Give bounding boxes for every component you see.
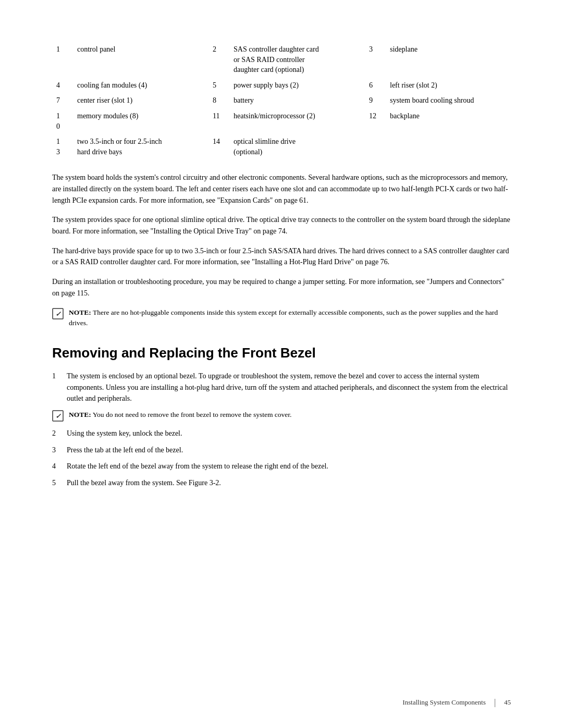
table-label-1: control panel xyxy=(73,42,209,78)
table-num-1: 1 xyxy=(52,42,73,78)
step-text: Pull the bezel away from the system. See… xyxy=(67,477,511,489)
table-num-1: 7 xyxy=(52,93,73,108)
table-num-2: 8 xyxy=(209,93,229,108)
table-num-1: 1 0 xyxy=(52,108,73,134)
page-footer: Installing System Components | 45 xyxy=(402,698,511,707)
footer-chapter: Installing System Components xyxy=(402,698,486,707)
table-label-2: SAS controller daughter card or SAS RAID… xyxy=(229,42,365,78)
body-paragraph: The system provides space for one option… xyxy=(52,214,511,237)
note-label-2: NOTE: xyxy=(69,411,91,418)
list-item: 3Press the tab at the left end of the be… xyxy=(52,445,511,456)
parts-table-section: 1control panel2SAS controller daughter c… xyxy=(52,42,511,159)
table-label-3: sideplane xyxy=(386,42,511,78)
step-text: The system is enclosed by an optional be… xyxy=(67,371,511,404)
table-num-1: 1 3 xyxy=(52,134,73,159)
list-item: 5Pull the bezel away from the system. Se… xyxy=(52,477,511,489)
list-item: 4Rotate the left end of the bezel away f… xyxy=(52,461,511,472)
table-row: 7center riser (slot 1)8battery9system bo… xyxy=(52,93,511,108)
body-paragraph: During an installation or troubleshootin… xyxy=(52,276,511,299)
table-label-3: left riser (slot 2) xyxy=(386,78,511,93)
numbered-steps: 1The system is enclosed by an optional b… xyxy=(52,371,511,404)
step-number: 5 xyxy=(52,477,67,489)
table-row: 4cooling fan modules (4)5power supply ba… xyxy=(52,78,511,93)
step-text: Using the system key, unlock the bezel. xyxy=(67,428,511,439)
table-row: 1control panel2SAS controller daughter c… xyxy=(52,42,511,78)
table-num-3 xyxy=(365,134,386,159)
table-label-1: memory modules (8) xyxy=(73,108,209,134)
svg-text:✓: ✓ xyxy=(55,412,62,420)
table-num-2: 5 xyxy=(209,78,229,93)
table-label-3: system board cooling shroud xyxy=(386,93,511,108)
table-row: 1 0memory modules (8)11heatsink/micropro… xyxy=(52,108,511,134)
step-text: Rotate the left end of the bezel away fr… xyxy=(67,461,511,472)
list-item: 2Using the system key, unlock the bezel. xyxy=(52,428,511,439)
note-text-2: NOTE: You do not need to remove the fron… xyxy=(69,410,291,420)
note-label-1: NOTE: xyxy=(69,309,91,316)
table-label-2: heatsink/microprocessor (2) xyxy=(229,108,365,134)
parts-table: 1control panel2SAS controller daughter c… xyxy=(52,42,511,159)
table-num-2: 2 xyxy=(209,42,229,78)
table-label-2: optical slimline drive (optional) xyxy=(229,134,365,159)
body-paragraphs: The system board holds the system's cont… xyxy=(52,172,511,299)
step-number: 2 xyxy=(52,428,67,439)
table-label-2: battery xyxy=(229,93,365,108)
table-label-1: center riser (slot 1) xyxy=(73,93,209,108)
note-box-2: ✓ NOTE: You do not need to remove the fr… xyxy=(52,410,511,422)
table-num-2: 11 xyxy=(209,108,229,134)
numbered-steps-2: 2Using the system key, unlock the bezel.… xyxy=(52,428,511,489)
table-label-2: power supply bays (2) xyxy=(229,78,365,93)
step-number: 3 xyxy=(52,445,67,456)
step-number: 1 xyxy=(52,371,67,382)
note-text-1: NOTE: There are no hot-pluggable compone… xyxy=(69,307,511,329)
body-paragraph: The system board holds the system's cont… xyxy=(52,172,511,206)
table-num-3: 3 xyxy=(365,42,386,78)
svg-text:✓: ✓ xyxy=(55,310,62,318)
step-text: Press the tab at the left end of the bez… xyxy=(67,445,511,456)
table-label-1: two 3.5-inch or four 2.5-inch hard drive… xyxy=(73,134,209,159)
table-num-2: 14 xyxy=(209,134,229,159)
table-row: 1 3two 3.5-inch or four 2.5-inch hard dr… xyxy=(52,134,511,159)
table-num-3: 6 xyxy=(365,78,386,93)
note-icon-1: ✓ xyxy=(52,308,64,319)
step-number: 4 xyxy=(52,461,67,472)
table-num-3: 12 xyxy=(365,108,386,134)
table-label-3: backplane xyxy=(386,108,511,134)
footer-pipe: | xyxy=(494,698,496,707)
table-label-3 xyxy=(386,134,511,159)
table-num-3: 9 xyxy=(365,93,386,108)
note-icon-2: ✓ xyxy=(52,410,64,422)
list-item: 1The system is enclosed by an optional b… xyxy=(52,371,511,404)
section-heading: Removing and Replacing the Front Bezel xyxy=(52,345,511,361)
body-paragraph: The hard-drive bays provide space for up… xyxy=(52,245,511,268)
note-box-1: ✓ NOTE: There are no hot-pluggable compo… xyxy=(52,307,511,329)
footer-page: 45 xyxy=(504,698,511,707)
table-label-1: cooling fan modules (4) xyxy=(73,78,209,93)
table-num-1: 4 xyxy=(52,78,73,93)
